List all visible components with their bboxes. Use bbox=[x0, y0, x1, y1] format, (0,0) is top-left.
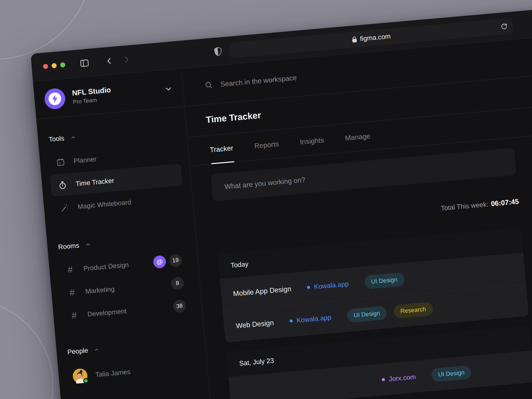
close-window-button[interactable] bbox=[43, 64, 48, 69]
search-icon bbox=[204, 80, 213, 90]
sidebar-nav: Tools Pl bbox=[38, 124, 208, 389]
project-link: Kowala.app bbox=[314, 280, 349, 291]
avatar bbox=[72, 368, 88, 384]
calendar-icon bbox=[56, 157, 66, 167]
app-body: NFL Studio Pro Team Tools bbox=[33, 27, 532, 399]
tracker-content: Total This week:06:07:45 Today Mobile Ap… bbox=[190, 124, 532, 399]
tab-reports[interactable]: Reports bbox=[253, 130, 280, 160]
project-dot-icon bbox=[290, 319, 293, 323]
tools-list: Planner Time Tracker bbox=[48, 141, 185, 220]
page-title: Time Tracker bbox=[205, 110, 261, 125]
decorative-circle bbox=[0, 299, 53, 399]
entry-project[interactable]: Jorx.com bbox=[381, 373, 416, 383]
entry-name: Mobile App Design bbox=[233, 285, 292, 298]
sidebar-item-talia-james[interactable]: Talia James bbox=[66, 355, 199, 388]
unread-count-badge: 19 bbox=[169, 254, 182, 267]
section-label: People bbox=[67, 346, 88, 356]
section-header-people[interactable]: People bbox=[65, 337, 197, 356]
sidebar-item-label: Development bbox=[87, 307, 127, 318]
sidebar-toggle-icon[interactable] bbox=[79, 58, 89, 68]
project-link: Jorx.com bbox=[388, 373, 416, 383]
weekly-total: Total This week:06:07:45 bbox=[215, 198, 519, 232]
magic-wand-icon bbox=[60, 203, 69, 212]
chevron-up-icon bbox=[70, 134, 76, 141]
entries-group-today: Today Mobile App Design Kowala.app UI De… bbox=[218, 227, 529, 342]
unread-count-badge: 38 bbox=[173, 299, 186, 313]
hash-icon: # bbox=[69, 310, 79, 321]
weekly-total-value: 06:07:45 bbox=[490, 198, 519, 207]
unread-count-badge: 8 bbox=[171, 277, 184, 290]
main-panel: Time Tracker Tracker Reports Insights Ma… bbox=[182, 27, 532, 399]
tab-manage[interactable]: Manage bbox=[344, 122, 371, 152]
entry-name: Web Design bbox=[236, 319, 274, 330]
chevron-up-icon bbox=[85, 241, 91, 248]
sidebar-item-label: Time Tracker bbox=[75, 177, 115, 188]
minimize-window-button[interactable] bbox=[52, 63, 57, 68]
chevron-up-icon bbox=[94, 346, 100, 353]
project-dot-icon bbox=[307, 286, 310, 289]
tag-pill[interactable]: UI Design bbox=[346, 306, 387, 323]
url-text: figma.com bbox=[360, 32, 391, 43]
sidebar-item-label: Marketing bbox=[85, 285, 115, 295]
entry-project[interactable]: Kowala.app bbox=[289, 314, 332, 325]
tag-pill[interactable]: UI Design bbox=[431, 365, 471, 382]
hash-icon: # bbox=[67, 287, 77, 298]
back-arrow-icon[interactable] bbox=[105, 56, 114, 66]
section-label: Rooms bbox=[58, 242, 79, 251]
stopwatch-icon bbox=[58, 180, 67, 190]
project-link: Kowala.app bbox=[296, 314, 332, 324]
workspace-avatar bbox=[44, 87, 66, 110]
tab-insights[interactable]: Insights bbox=[299, 126, 325, 156]
project-dot-icon bbox=[382, 378, 385, 381]
address-bar-url: figma.com bbox=[351, 32, 391, 43]
lock-icon bbox=[351, 36, 357, 43]
shield-icon[interactable] bbox=[213, 46, 222, 56]
section-header-tools[interactable]: Tools bbox=[47, 124, 178, 143]
rooms-list: # Product Design @ 19 # Marketing 8 bbox=[57, 248, 194, 328]
online-status-dot bbox=[83, 378, 89, 384]
entry-project[interactable]: Kowala.app bbox=[307, 280, 349, 291]
person-name: Talia James bbox=[95, 368, 131, 378]
window-controls bbox=[43, 62, 66, 69]
mention-badge: @ bbox=[153, 255, 166, 269]
weekly-total-label: Total This week: bbox=[441, 200, 488, 212]
sidebar-item-label: Product Design bbox=[83, 261, 129, 272]
entry-name bbox=[242, 381, 366, 392]
zoom-window-button[interactable] bbox=[60, 62, 66, 67]
lightning-bolt-icon bbox=[51, 94, 59, 103]
tag-pill[interactable]: UI Design bbox=[364, 272, 405, 289]
sidebar-item-label: Planner bbox=[73, 155, 97, 165]
reload-icon[interactable] bbox=[500, 22, 508, 31]
tab-tracker[interactable]: Tracker bbox=[209, 134, 235, 164]
tag-pill[interactable]: Research bbox=[393, 302, 433, 319]
sidebar-item-label: Magic Whiteboard bbox=[77, 198, 132, 210]
section-header-rooms[interactable]: Rooms bbox=[56, 232, 188, 251]
section-label: Tools bbox=[49, 134, 65, 143]
hash-icon: # bbox=[65, 264, 75, 275]
chevron-down-icon[interactable] bbox=[164, 84, 173, 93]
forward-arrow-icon[interactable] bbox=[122, 55, 131, 64]
browser-window: figma.com bbox=[31, 0, 532, 399]
